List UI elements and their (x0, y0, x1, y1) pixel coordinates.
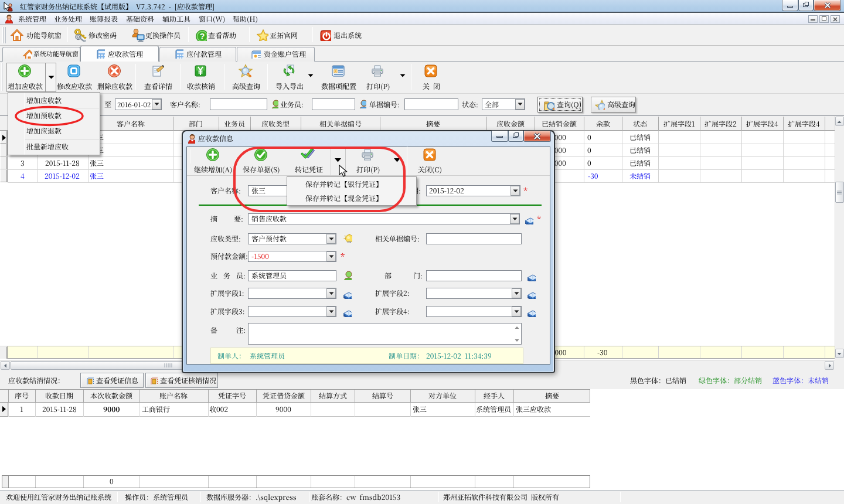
svg-text:?: ? (200, 32, 205, 41)
